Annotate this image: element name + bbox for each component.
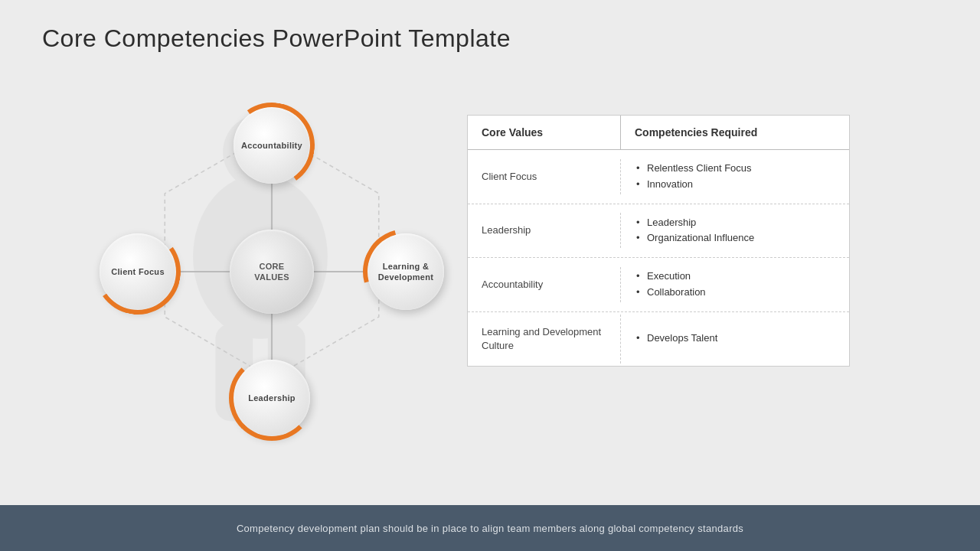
comp-collaboration: Collaboration: [635, 285, 835, 301]
slide: Core Competencies PowerPoint Template Ac…: [0, 0, 980, 505]
node-leadership: Leadership: [234, 360, 310, 436]
footer: Competency development plan should be in…: [0, 505, 980, 551]
cell-leadership-comp: Leadership Organizational Influence: [621, 204, 849, 258]
table-header: Core Values Competencies Required: [468, 116, 849, 150]
cell-client-focus-value: Client Focus: [468, 159, 621, 194]
comp-relentless-client-focus: Relentless Client Focus: [635, 161, 835, 177]
node-learning-development: Learning &Development: [368, 233, 444, 310]
table-row-leadership: Leadership Leadership Organizational Inf…: [468, 204, 849, 259]
header-competencies-required: Competencies Required: [621, 116, 849, 149]
node-client-focus-label: Client Focus: [111, 266, 165, 277]
cell-accountability-comp: Execution Collaboration: [621, 258, 849, 311]
page-title: Core Competencies PowerPoint Template: [42, 24, 511, 53]
node-core-values-label: COREVALUES: [254, 261, 289, 283]
comp-organizational-influence: Organizational Influence: [635, 230, 835, 246]
node-learning-development-label: Learning &Development: [378, 261, 433, 283]
competency-table: Core Values Competencies Required Client…: [467, 115, 850, 367]
table-row-accountability: Accountability Execution Collaboration: [468, 258, 849, 312]
table-row-learning-culture: Learning and Development Culture Develop…: [468, 312, 849, 366]
footer-text: Competency development plan should be in…: [237, 523, 743, 534]
comp-develops-talent: Develops Talent: [635, 331, 835, 347]
cell-client-focus-comp: Relentless Client Focus Innovation: [621, 150, 849, 204]
header-core-values: Core Values: [468, 116, 621, 149]
comp-leadership: Leadership: [635, 215, 835, 231]
node-accountability: Accountability: [234, 107, 310, 184]
comp-innovation: Innovation: [635, 177, 835, 193]
cell-accountability-value: Accountability: [468, 267, 621, 302]
node-client-focus: Client Focus: [100, 233, 176, 310]
node-accountability-label: Accountability: [241, 140, 302, 151]
cell-learning-culture-value: Learning and Development Culture: [468, 315, 621, 364]
node-leadership-label: Leadership: [248, 393, 296, 403]
cell-learning-culture-comp: Develops Talent: [621, 320, 849, 357]
table-row-client-focus: Client Focus Relentless Client Focus Inn…: [468, 150, 849, 204]
diagram-area: Accountability Client Focus Learning &De…: [107, 107, 436, 436]
node-core-values: COREVALUES: [230, 230, 314, 314]
cell-leadership-value: Leadership: [468, 213, 621, 248]
comp-execution: Execution: [635, 269, 835, 285]
